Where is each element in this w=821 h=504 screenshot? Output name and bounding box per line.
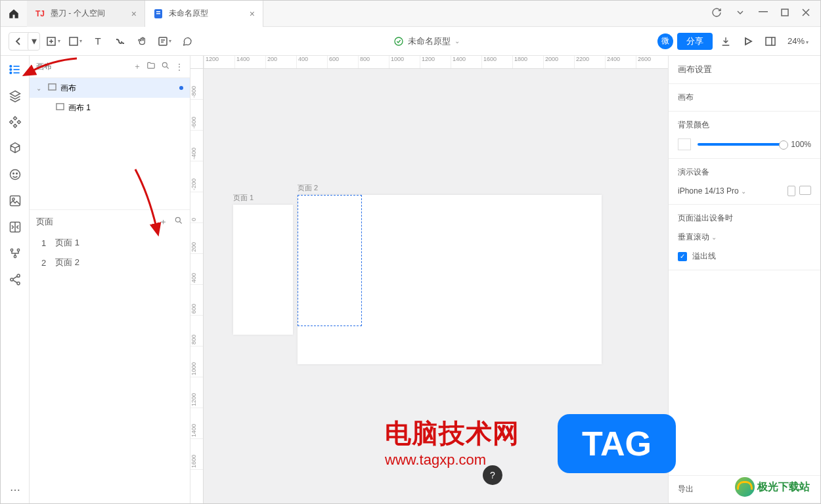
- svg-rect-9: [766, 37, 775, 45]
- svg-point-12: [10, 72, 12, 74]
- comment-button[interactable]: [178, 32, 196, 51]
- doc-icon: [153, 9, 164, 19]
- bgcolor-label: 背景颜色: [678, 119, 709, 131]
- folder-icon[interactable]: [146, 61, 156, 72]
- add-canvas-icon[interactable]: ＋: [133, 61, 141, 72]
- doc-title-label: 未命名原型: [408, 35, 451, 47]
- text-button[interactable]: T: [89, 32, 107, 51]
- watermark-text: 电脑技术网 www.tagxp.com: [385, 415, 520, 469]
- canvas-header-label: 画布: [36, 61, 52, 72]
- overflow-line-label: 溢出线: [692, 251, 716, 262]
- svg-rect-6: [70, 37, 78, 45]
- pages-list: 1页面 1 2页面 2: [30, 233, 190, 272]
- shape-button[interactable]: [66, 32, 85, 51]
- outline-icon[interactable]: [8, 62, 22, 77]
- note-button[interactable]: [156, 32, 174, 51]
- more-icon[interactable]: ⋯: [8, 482, 22, 497]
- close-icon[interactable]: ×: [250, 9, 255, 19]
- svg-rect-4: [782, 9, 788, 16]
- svg-point-21: [14, 255, 16, 257]
- panel-toggle-button[interactable]: [761, 32, 780, 51]
- color-swatch[interactable]: [678, 138, 691, 150]
- svg-point-8: [395, 37, 403, 45]
- overflow-header-label: 页面溢出设备时: [678, 213, 733, 224]
- refresh-icon[interactable]: [711, 7, 722, 20]
- back-button[interactable]: [9, 32, 28, 51]
- artboard-1[interactable]: 页面 1: [233, 205, 293, 335]
- hand-button[interactable]: [133, 32, 152, 51]
- svg-rect-16: [10, 196, 20, 206]
- svg-point-19: [11, 249, 12, 251]
- svg-point-17: [12, 198, 14, 200]
- layers-icon[interactable]: [8, 89, 22, 103]
- svg-rect-3: [759, 11, 768, 12]
- template-icon[interactable]: [8, 220, 22, 234]
- device-portrait-icon[interactable]: [788, 186, 795, 196]
- rp-title: 画布设置: [669, 56, 820, 84]
- device-select[interactable]: iPhone 14/13 Pro ⌄: [678, 186, 746, 196]
- zoom-select[interactable]: 24%: [784, 36, 812, 46]
- search-page-icon[interactable]: [174, 216, 183, 227]
- svg-rect-27: [56, 104, 64, 110]
- ruler-horizontal: 1200140020040060080010001200140016001800…: [204, 56, 668, 69]
- back-dropdown[interactable]: ▾: [28, 32, 39, 51]
- maximize-icon[interactable]: [781, 7, 789, 20]
- minimize-icon[interactable]: [759, 7, 768, 20]
- artboard-1-label: 页面 1: [233, 193, 254, 203]
- chevron-down-icon: ⌄: [36, 85, 44, 92]
- tree-root-item[interactable]: ⌄ 画布: [30, 78, 190, 98]
- svg-point-13: [10, 170, 20, 180]
- watermark-jg: 极光下载站: [735, 477, 810, 497]
- tab-2[interactable]: 未命名原型 ×: [145, 1, 263, 27]
- active-dot-icon: [179, 86, 183, 90]
- flow-icon[interactable]: [8, 246, 22, 261]
- rp-overflow: 页面溢出设备时 垂直滚动 ⌄ ✓ 溢出线: [669, 205, 820, 270]
- opacity-slider[interactable]: [698, 143, 784, 146]
- emoji-icon[interactable]: [8, 167, 22, 182]
- svg-point-28: [175, 217, 180, 222]
- wechat-button[interactable]: 微: [657, 33, 673, 49]
- svg-rect-7: [159, 37, 167, 45]
- app-icon: TJ: [35, 9, 45, 19]
- image-icon[interactable]: [8, 194, 22, 208]
- search-canvas-icon[interactable]: [161, 61, 170, 72]
- device-landscape-icon[interactable]: [799, 186, 811, 195]
- svg-rect-2: [156, 13, 160, 14]
- page-row-1[interactable]: 1页面 1: [30, 233, 190, 253]
- svg-point-10: [10, 66, 12, 68]
- close-window-icon[interactable]: [802, 7, 810, 20]
- canvas-panel-header: 画布 ＋ ⋮: [30, 56, 190, 78]
- scroll-select[interactable]: 垂直滚动 ⌄: [678, 232, 717, 243]
- opacity-value: 100%: [791, 140, 811, 149]
- doc-title-center[interactable]: 未命名原型 ⌄: [200, 35, 654, 47]
- svg-point-11: [10, 69, 12, 71]
- right-panel: 画布设置 画布 背景颜色 100% 演示设备 iPhone 14/13 Pro …: [668, 56, 820, 503]
- dropdown-icon[interactable]: [735, 7, 745, 20]
- check-icon: [393, 36, 404, 47]
- svg-point-20: [17, 249, 19, 251]
- connector-button[interactable]: [111, 32, 129, 51]
- watermark-tag: TAG: [558, 414, 676, 473]
- download-button[interactable]: [717, 32, 735, 51]
- play-button[interactable]: [739, 32, 757, 51]
- add-frame-button[interactable]: [44, 32, 62, 51]
- home-icon[interactable]: [1, 8, 27, 20]
- overflow-checkbox[interactable]: ✓: [678, 252, 687, 261]
- share-button[interactable]: 分享: [677, 33, 713, 50]
- tab-1[interactable]: TJ 墨刀 - 个人空间 ×: [27, 1, 145, 27]
- pages-header: 页面 ＋: [30, 209, 190, 233]
- add-page-icon[interactable]: ＋: [159, 216, 167, 228]
- tree-child-item[interactable]: 画布 1: [30, 98, 190, 117]
- close-icon[interactable]: ×: [131, 9, 137, 19]
- share-rail-icon[interactable]: [8, 272, 22, 287]
- assets-icon[interactable]: [8, 141, 22, 156]
- chevron-down-icon: ⌄: [455, 37, 460, 45]
- canvas-tree: ⌄ 画布 画布 1: [30, 78, 190, 117]
- tree-root-label: 画布: [60, 83, 76, 94]
- components-icon[interactable]: [8, 115, 22, 129]
- device-header-label: 演示设备: [678, 167, 811, 178]
- page-row-2[interactable]: 2页面 2: [30, 253, 190, 272]
- rp-canvas[interactable]: 画布: [669, 84, 820, 112]
- more-canvas-icon[interactable]: ⋮: [175, 62, 183, 72]
- svg-point-14: [12, 173, 14, 175]
